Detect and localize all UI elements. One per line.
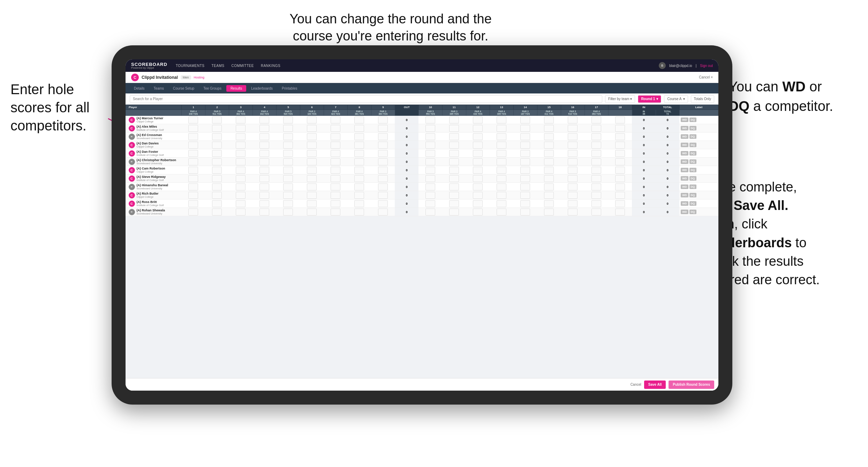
hole-15-input[interactable] [544,167,554,174]
hole-10-input[interactable] [425,125,435,132]
hole-7-input[interactable] [331,125,340,132]
hole-5-input[interactable] [283,183,293,190]
dq-button[interactable]: DQ [689,126,696,130]
hole-4-input[interactable] [259,150,269,157]
hole-4-input[interactable] [259,158,269,165]
hole-7-input[interactable] [331,150,340,157]
hole-4-input[interactable] [259,167,269,174]
wd-button[interactable]: WD [681,126,688,130]
hole-13-input[interactable] [497,209,506,216]
tab-details[interactable]: Details [130,85,149,92]
hole-5-input[interactable] [283,192,293,199]
hole-9-input[interactable] [378,133,388,140]
hole-13-input[interactable] [497,133,506,140]
dq-button[interactable]: DQ [689,176,696,181]
hole-12-input[interactable] [473,142,483,149]
hole-3-input[interactable] [236,150,246,157]
hole-11-input[interactable] [449,158,459,165]
hole-14-input[interactable] [520,150,530,157]
hole-9-input[interactable] [378,175,388,182]
hole-15-input[interactable] [544,209,554,216]
hole-17-input[interactable] [591,158,601,165]
hole-11-input[interactable] [449,142,459,149]
hole-12-input[interactable] [473,133,483,140]
hole-5-input[interactable] [283,150,293,157]
hole-6-input[interactable] [307,209,317,216]
hole-10-input[interactable] [425,116,435,123]
hole-1-input[interactable] [188,200,198,207]
hole-14-input[interactable] [520,200,530,207]
tab-results[interactable]: Results [226,85,246,92]
hole-8-input[interactable] [354,158,364,165]
hole-2-input[interactable] [212,133,222,140]
hole-5-input[interactable] [283,116,293,123]
hole-9-input[interactable] [378,125,388,132]
wd-button[interactable]: WD [681,193,688,197]
hole-3-input[interactable] [236,133,246,140]
hole-18-input[interactable] [615,158,625,165]
publish-button[interactable]: Publish Round Scores [669,381,714,389]
hole-3-input[interactable] [236,175,246,182]
hole-5-input[interactable] [283,133,293,140]
hole-14-input[interactable] [520,125,530,132]
wd-button[interactable]: WD [681,176,688,181]
tab-course-setup[interactable]: Course Setup [169,85,198,92]
hole-14-input[interactable] [520,192,530,199]
hole-17-input[interactable] [591,125,601,132]
wd-button[interactable]: WD [681,210,688,214]
hole-10-input[interactable] [425,167,435,174]
hole-9-input[interactable] [378,158,388,165]
hole-4-input[interactable] [259,209,269,216]
hole-7-input[interactable] [331,192,340,199]
hole-4-input[interactable] [259,125,269,132]
tab-printables[interactable]: Printables [278,85,301,92]
hole-9-input[interactable] [378,209,388,216]
hole-5-input[interactable] [283,209,293,216]
hole-2-input[interactable] [212,150,222,157]
hole-15-input[interactable] [544,192,554,199]
round-selector[interactable]: Round 1 ▾ [638,95,661,103]
hole-6-input[interactable] [307,158,317,165]
hole-8-input[interactable] [354,142,364,149]
bottom-cancel[interactable]: Cancel [631,383,641,386]
hole-5-input[interactable] [283,158,293,165]
hole-15-input[interactable] [544,142,554,149]
hole-4-input[interactable] [259,116,269,123]
hole-2-input[interactable] [212,192,222,199]
hole-7-input[interactable] [331,183,340,190]
dq-button[interactable]: DQ [689,151,696,156]
hole-12-input[interactable] [473,167,483,174]
hole-17-input[interactable] [591,183,601,190]
hole-6-input[interactable] [307,175,317,182]
hole-7-input[interactable] [331,175,340,182]
hole-8-input[interactable] [354,183,364,190]
dq-button[interactable]: DQ [689,118,696,122]
hole-11-input[interactable] [449,150,459,157]
hole-18-input[interactable] [615,150,625,157]
hole-6-input[interactable] [307,142,317,149]
wd-button[interactable]: WD [681,118,688,122]
tab-teams[interactable]: Teams [150,85,168,92]
hole-2-input[interactable] [212,158,222,165]
cancel-button[interactable]: Cancel × [699,75,713,79]
hole-1-input[interactable] [188,209,198,216]
hole-8-input[interactable] [354,192,364,199]
hole-10-input[interactable] [425,200,435,207]
hole-4-input[interactable] [259,200,269,207]
hole-16-input[interactable] [568,116,578,123]
hole-16-input[interactable] [568,133,578,140]
hole-8-input[interactable] [354,116,364,123]
wd-button[interactable]: WD [681,159,688,164]
hole-12-input[interactable] [473,116,483,123]
hole-12-input[interactable] [473,150,483,157]
tab-tee-groups[interactable]: Tee Groups [199,85,226,92]
hole-11-input[interactable] [449,133,459,140]
dq-button[interactable]: DQ [689,201,696,206]
hole-18-input[interactable] [615,125,625,132]
hole-16-input[interactable] [568,192,578,199]
hole-16-input[interactable] [568,142,578,149]
hole-13-input[interactable] [497,116,506,123]
hole-18-input[interactable] [615,209,625,216]
hole-10-input[interactable] [425,183,435,190]
hole-9-input[interactable] [378,116,388,123]
